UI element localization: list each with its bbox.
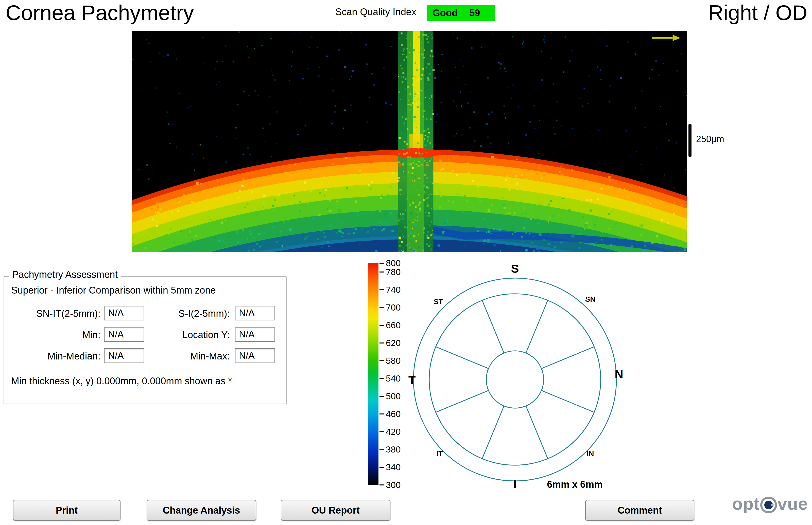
scale-bar-label: 250µm	[696, 134, 724, 145]
colorbar-tick: 380	[380, 445, 401, 454]
sector-label-t: T	[409, 373, 416, 387]
min-field[interactable]	[104, 327, 144, 342]
colorbar-tick: 800	[380, 258, 401, 268]
sector-label-it: IT	[436, 450, 443, 458]
logo-text-pre: opt	[732, 494, 760, 514]
map-spoke	[436, 390, 489, 412]
min-median-label: Min-Median:	[8, 351, 101, 362]
min-label: Min:	[8, 330, 101, 341]
map-size-label: 6mm x 6mm	[547, 479, 603, 490]
colorbar-tick: 300	[380, 480, 401, 490]
colorbar-tick: 420	[380, 426, 401, 437]
sector-label-st: ST	[433, 298, 443, 306]
sector-label-sn: SN	[585, 295, 595, 303]
cornea-pachymetry-screen: Cornea Pachymetry Scan Quality Index Goo…	[0, 0, 812, 525]
min-median-field[interactable]	[104, 348, 144, 363]
sector-label-s: S	[511, 262, 519, 275]
eye-icon	[760, 497, 777, 513]
thickness-colorbar	[368, 263, 379, 485]
scan-quality-rating: Good	[432, 7, 458, 18]
assessment-footnote: Min thickness (x, y) 0.000mm, 0.000mm sh…	[11, 376, 232, 387]
scan-quality-score: 59	[469, 7, 480, 18]
scale-bar	[689, 124, 692, 157]
snit-field[interactable]	[104, 306, 144, 320]
min-max-label: Min-Max:	[152, 351, 230, 362]
map-spoke	[482, 300, 504, 353]
sector-label-i: I	[513, 477, 516, 490]
map-spoke	[436, 347, 489, 369]
colorbar-tick: 580	[380, 356, 401, 366]
assessment-legend: Pachymetry Assessment	[9, 269, 121, 280]
map-middle-circle	[429, 294, 601, 465]
scan-quality-badge: Good 59	[427, 5, 495, 21]
colorbar-tick: 460	[380, 409, 401, 419]
colorbar-tick: 340	[380, 462, 401, 472]
page-title: Cornea Pachymetry	[5, 0, 194, 25]
eye-side-label: Right / OD	[708, 0, 808, 25]
map-spoke	[482, 406, 504, 459]
comment-button[interactable]: Comment	[585, 500, 694, 521]
print-button[interactable]: Print	[13, 500, 120, 521]
colorbar-tick: 620	[380, 338, 401, 348]
map-spoke	[541, 390, 594, 412]
min-max-field[interactable]	[235, 348, 275, 363]
map-spoke	[541, 347, 594, 369]
oct-bscan-image	[132, 31, 687, 252]
map-inner-circle	[486, 351, 544, 408]
map-grid	[413, 278, 617, 481]
colorbar-tick: 700	[380, 302, 401, 313]
eye-iris	[764, 501, 773, 509]
location-y-label: Location Y:	[152, 330, 230, 341]
snit-label: SN-IT(2-5mm):	[8, 308, 101, 319]
change-analysis-button[interactable]: Change Analysis	[147, 500, 256, 521]
si-field[interactable]	[235, 306, 275, 320]
sector-label-n: N	[615, 367, 623, 381]
logo-text-post: vue	[778, 494, 808, 514]
sector-label-in: IN	[587, 450, 594, 458]
colorbar-tick: 500	[380, 391, 401, 401]
location-y-field[interactable]	[235, 327, 275, 342]
pachymetry-map: S SN N IN I IT T ST 6mm x 6mm	[406, 256, 634, 494]
colorbar-tick: 740	[380, 285, 401, 295]
assessment-subtitle: Superior - Inferior Comparison within 5m…	[11, 285, 216, 296]
map-spoke	[526, 300, 548, 353]
map-outer-circle	[413, 278, 617, 481]
scan-quality-label: Scan Quality Index	[335, 6, 416, 17]
colorbar-tick: 540	[380, 373, 401, 384]
map-spoke	[526, 406, 548, 459]
colorbar-tick: 660	[380, 320, 401, 330]
ou-report-button[interactable]: OU Report	[281, 500, 390, 521]
colorbar-tick: 780	[380, 267, 401, 277]
optovue-logo: opt vue	[732, 494, 808, 514]
si-label: S-I(2-5mm):	[152, 308, 230, 319]
